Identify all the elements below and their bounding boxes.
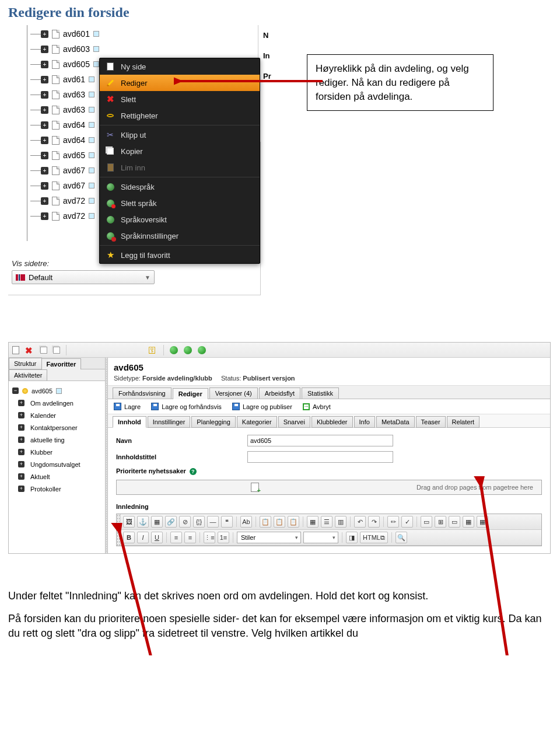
content-tab-planlegging[interactable]: Planlegging <box>191 416 236 428</box>
menu-item-klipp-ut[interactable]: ✂Klipp ut <box>100 127 260 143</box>
align-left-icon[interactable]: ≡ <box>170 532 182 543</box>
add-page-icon[interactable] <box>251 483 259 492</box>
media-icon[interactable]: ▦ <box>151 516 163 528</box>
globe-icon-3[interactable] <box>198 346 206 354</box>
delete-icon[interactable]: ✖ <box>25 345 34 355</box>
eraser-icon[interactable]: ◨ <box>346 532 358 543</box>
view-tab-arbeidsflyt[interactable]: Arbeidsflyt <box>259 388 300 399</box>
help-icon[interactable]: ? <box>190 468 197 475</box>
sidebar-item[interactable]: +Klubber <box>11 446 103 458</box>
navn-input[interactable] <box>247 435 393 446</box>
abbr-icon[interactable]: Ab <box>240 516 252 528</box>
content-tab-kategorier[interactable]: Kategorier <box>237 416 277 428</box>
innholdstittel-input[interactable] <box>247 451 393 463</box>
expand-icon[interactable]: + <box>41 121 48 129</box>
content-tab-innstillinger[interactable]: Innstillinger <box>148 416 191 428</box>
link-icon[interactable]: 🔗 <box>165 516 177 528</box>
redo-icon[interactable]: ↷ <box>368 516 380 528</box>
sidebar-item[interactable]: +Kalender <box>11 409 103 421</box>
view-tab-statistikk[interactable]: Statistikk <box>302 388 339 399</box>
content-tab-teaser[interactable]: Teaser <box>416 416 446 428</box>
expand-icon[interactable]: + <box>18 486 24 492</box>
container-icon[interactable]: ▭ <box>421 516 432 528</box>
menu-item-slett-språk[interactable]: Slett språk <box>100 195 260 211</box>
content-tab-metadata[interactable]: MetaData <box>376 416 415 428</box>
content-tab-info[interactable]: Info <box>354 416 375 428</box>
anchor-icon[interactable]: ⚓ <box>137 516 149 528</box>
content-tab-snarvei[interactable]: Snarvei <box>278 416 310 428</box>
underline-icon[interactable]: U <box>151 532 163 543</box>
expand-icon[interactable]: + <box>41 137 48 144</box>
sidebar-item[interactable]: +Om avdelingen <box>11 397 103 409</box>
menu-item-sidespråk[interactable]: Sidespråk <box>100 179 260 195</box>
spellcheck-icon[interactable]: ✓ <box>401 516 413 528</box>
expand-icon[interactable]: + <box>41 46 48 53</box>
italic-icon[interactable]: I <box>137 532 149 543</box>
sidetre-select[interactable]: Default ▼ <box>12 270 155 284</box>
paste-icon[interactable] <box>53 347 60 354</box>
tab-favoritter[interactable]: Favoritter <box>41 358 82 369</box>
col-icon[interactable]: ▥ <box>335 516 346 528</box>
table-icon[interactable]: ▦ <box>307 516 318 528</box>
html-button[interactable]: HTML ⧉ <box>360 532 388 543</box>
hr-icon[interactable]: — <box>207 516 219 528</box>
align-right-icon[interactable]: ≡ <box>184 532 196 543</box>
tab-aktiviteter[interactable]: Aktiviteter <box>9 369 47 381</box>
new-page-icon[interactable] <box>12 346 19 354</box>
quote-icon[interactable]: ❝ <box>221 516 233 528</box>
tab-struktur[interactable]: Struktur <box>9 358 42 369</box>
paste-text-icon[interactable]: 📋 <box>260 516 271 528</box>
menu-item-språkinnstillinger[interactable]: Språkinnstillinger <box>100 228 260 244</box>
image-icon[interactable]: 🖼 <box>123 516 135 528</box>
format-dropdown[interactable] <box>303 532 338 543</box>
unlink-icon[interactable]: ⊘ <box>179 516 191 528</box>
drop-zone[interactable]: Drag and drop pages from pagetree here <box>116 480 542 495</box>
paste-plain-icon[interactable]: 📋 <box>288 516 299 528</box>
expand-icon[interactable]: + <box>18 449 24 455</box>
styles-dropdown[interactable]: Stiler <box>237 532 301 543</box>
row-icon[interactable]: ☰ <box>321 516 332 528</box>
menu-item-ny-side[interactable]: Ny side <box>100 58 260 75</box>
abort-button[interactable]: Avbryt <box>303 403 331 410</box>
tree-item[interactable]: +avd601 <box>12 26 260 41</box>
expand-icon[interactable]: + <box>18 461 24 467</box>
expand-icon[interactable]: + <box>41 76 48 83</box>
expand-icon[interactable]: + <box>18 473 24 480</box>
expand-icon[interactable]: + <box>18 437 24 443</box>
tree-root[interactable]: − avd605 <box>11 385 103 397</box>
tree-item[interactable]: +avd603 <box>12 41 260 57</box>
insert-icon[interactable]: ⊞ <box>435 516 446 528</box>
view-tab-forh-ndsvisning[interactable]: Forhåndsvisning <box>113 388 172 399</box>
key-icon[interactable]: ⚿ <box>148 345 158 355</box>
bold-icon[interactable]: B <box>123 532 135 543</box>
expand-icon[interactable]: + <box>18 400 24 406</box>
expand-icon[interactable]: + <box>41 197 48 205</box>
sidebar-item[interactable]: +Ungdomsutvalget <box>11 458 103 470</box>
expand-icon[interactable]: + <box>41 61 48 68</box>
menu-item-slett[interactable]: ✖Slett <box>100 91 260 107</box>
collapse-icon[interactable]: − <box>12 388 19 394</box>
grid-icon[interactable]: ▦ <box>463 516 474 528</box>
sidebar-item[interactable]: +Aktuelt <box>11 470 103 483</box>
menu-item-kopier[interactable]: Kopier <box>100 143 260 159</box>
view-tab-rediger[interactable]: Rediger <box>173 388 208 399</box>
ul-icon[interactable]: ⋮≡ <box>204 532 215 543</box>
content-tab-klubbleder[interactable]: Klubbleder <box>312 416 353 428</box>
menu-item-språkoversikt[interactable]: Språkoversikt <box>100 211 260 228</box>
undo-icon[interactable]: ↶ <box>354 516 366 528</box>
clean-icon[interactable]: ✏ <box>387 516 399 528</box>
globe-icon[interactable] <box>170 346 178 354</box>
expand-icon[interactable]: + <box>41 91 48 99</box>
paste-word-icon[interactable]: 📋 <box>274 516 285 528</box>
menu-item-rettigheter[interactable]: Rettigheter <box>100 107 260 124</box>
save-button[interactable]: Lagre <box>114 403 141 410</box>
ol-icon[interactable]: 1≡ <box>218 532 229 543</box>
layout-icon[interactable]: ▦ <box>477 516 488 528</box>
expand-icon[interactable]: + <box>41 182 48 190</box>
sidebar-item[interactable]: +Kontaktpersoner <box>11 421 103 434</box>
sidebar-item[interactable]: +Protokoller <box>11 483 103 495</box>
menu-item-rediger[interactable]: Rediger <box>100 75 260 91</box>
expand-icon[interactable]: + <box>41 152 48 159</box>
expand-icon[interactable]: + <box>18 412 24 418</box>
search-icon[interactable]: 🔍 <box>396 532 407 543</box>
